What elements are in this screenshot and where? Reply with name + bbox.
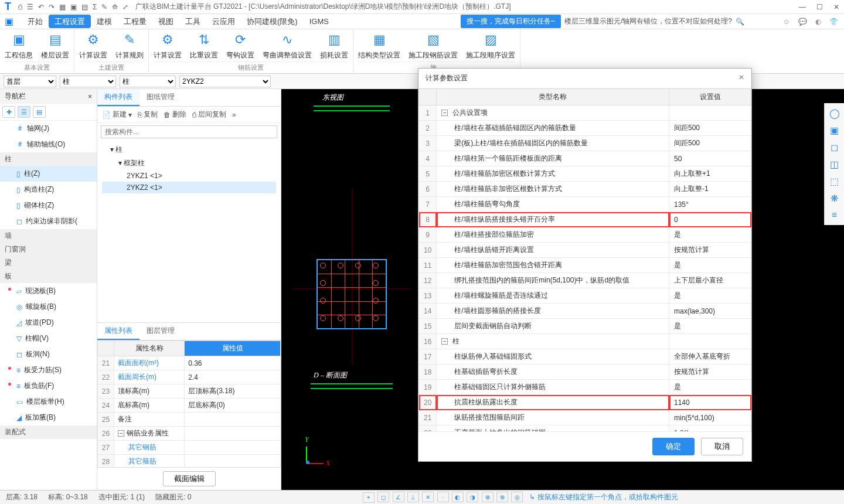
param-row[interactable]: 2柱/墙柱在基础插筋锚固区内的箍筋数量间距500 — [419, 121, 751, 136]
param-row[interactable]: 14柱/墙柱圆形箍筋的搭接长度max(lae,300) — [419, 304, 751, 319]
param-row[interactable]: 21纵筋搭接范围箍筋间距min(5*d,100) — [419, 410, 751, 425]
nav-item[interactable]: ▯柱(Z) — [0, 166, 97, 182]
ribbon-button[interactable]: ▧施工段钢筋设置 — [409, 32, 458, 62]
component-select[interactable]: 2YKZ2 — [179, 76, 271, 87]
chat-icon[interactable]: 💬 — [798, 18, 807, 26]
param-row[interactable]: 9柱/墙柱搭接部位箍筋加密是 — [419, 227, 751, 243]
tool-icon[interactable]: ❋ — [827, 193, 842, 204]
param-row[interactable]: 16− 柱 — [419, 334, 751, 349]
param-row[interactable]: 5柱/墙柱箍筋加密区根数计算方式向上取整+1 — [419, 166, 751, 182]
tab-drawing-mgmt[interactable]: 图纸管理 — [139, 89, 182, 106]
new-button[interactable]: 📄 新建 ▾ — [102, 110, 132, 120]
view-mode-2[interactable]: ☰ — [18, 106, 30, 118]
param-row[interactable]: 18柱基础插筋弯折长度按规范计算 — [419, 365, 751, 380]
qat-icon[interactable]: ☰ — [27, 3, 33, 11]
qat-icon[interactable]: Σ — [93, 3, 97, 11]
skin-icon[interactable]: ◐ — [815, 18, 821, 26]
menu-tab[interactable]: 协同建模(限免) — [241, 15, 304, 28]
cancel-button[interactable]: 取消 — [701, 438, 743, 455]
param-row[interactable]: 8柱/墙柱纵筋搭接接头错开百分率0 — [419, 212, 751, 227]
ribbon-button[interactable]: ⇅比重设置 — [190, 32, 218, 62]
tool-icon[interactable]: ≡ — [827, 210, 842, 220]
param-row[interactable]: 6柱/墙柱箍筋非加密区根数计算方式向上取整-1 — [419, 182, 751, 197]
close-icon[interactable]: ✕ — [833, 3, 839, 11]
collapse-icon[interactable]: × — [88, 93, 92, 101]
param-row[interactable]: 22不变截面上柱多出的钢筋锚固1.2*Lae — [419, 425, 751, 432]
param-row[interactable]: 12绑扎搭接范围内的箍筋间距min(5d,100)中，纵筋d的取值上下层最小直径 — [419, 273, 751, 288]
help-question[interactable]: 楼层三维显示图元/轴网有错位，位置不对应如何处理? — [564, 16, 732, 26]
section-edit-button[interactable]: 截面编辑 — [163, 471, 216, 486]
layer-copy-button[interactable]: ⎙ 层间复制 — [192, 110, 226, 120]
dialog-close-icon[interactable]: ✕ — [738, 73, 744, 83]
sb-tool[interactable]: ◑ — [467, 492, 478, 502]
tool-icon[interactable]: ◯ — [827, 108, 842, 119]
param-row[interactable]: 1− 公共设置项 — [419, 105, 751, 121]
prop-row[interactable]: 21截面面积(m²)0.36 — [98, 356, 281, 370]
qat-icon[interactable]: ⟰ — [112, 3, 118, 11]
prop-row[interactable]: 26−钢筋业务属性 — [98, 427, 281, 441]
menu-tab[interactable]: IGMS — [304, 15, 335, 28]
param-row[interactable]: 20抗震柱纵筋露出长度1140 — [419, 395, 751, 410]
qat-icon[interactable]: ⎙ — [18, 3, 22, 11]
ribbon-button[interactable]: ▤楼层设置 — [41, 32, 69, 62]
sb-tool[interactable]: ∠ — [393, 492, 404, 502]
tool-icon[interactable]: ◻ — [827, 142, 842, 153]
menu-tab[interactable]: 工程设置 — [49, 15, 91, 28]
param-row[interactable]: 17柱纵筋伸入基础锚固形式全部伸入基底弯折 — [419, 349, 751, 365]
user-icon[interactable]: ☺ — [783, 18, 790, 26]
param-row[interactable]: 15层间变截面钢筋自动判断是 — [419, 319, 751, 334]
ribbon-button[interactable]: ⟳弯钩设置 — [226, 32, 254, 62]
sb-tool[interactable]: ⊕ — [496, 492, 508, 502]
qat-icon[interactable]: ✎ — [101, 3, 107, 11]
appearance-icon[interactable]: 👕 — [829, 18, 838, 26]
param-row[interactable]: 10柱/墙柱纵筋错开距离设置按规范计算 — [419, 243, 751, 258]
prop-row[interactable]: 24底标高(m)层底标高(0) — [98, 399, 281, 413]
menu-tab[interactable]: 工程量 — [118, 15, 152, 28]
tree-node[interactable]: ▾ 框架柱 — [102, 156, 276, 170]
category-select[interactable]: 柱 — [60, 76, 116, 87]
param-row[interactable]: 3梁(板)上柱/墙柱在插筋锚固区内的箍筋数量间距500 — [419, 136, 751, 151]
ribbon-button[interactable]: ⚙计算设置 — [154, 32, 182, 62]
qat-icon[interactable]: ⤢ — [122, 3, 128, 11]
nav-item[interactable]: ◻板洞(N) — [0, 346, 97, 362]
nav-item[interactable]: ≡板受力筋(S) — [0, 362, 97, 378]
tree-node[interactable]: ▾ 柱 — [102, 143, 276, 156]
qat-icon[interactable]: ▣ — [70, 3, 77, 11]
delete-button[interactable]: 🗑 删除 — [164, 110, 186, 120]
nav-item[interactable]: ▽柱帽(V) — [0, 331, 97, 346]
copy-button[interactable]: ⎘ 复制 — [138, 110, 158, 120]
menu-tab[interactable]: 建模 — [91, 15, 118, 28]
tree-leaf[interactable]: 2YKZ1 <1> — [102, 170, 276, 182]
menu-tab[interactable]: 开始 — [22, 15, 49, 28]
nav-item[interactable]: ▱现浇板(B) — [0, 283, 97, 299]
component-search[interactable] — [101, 125, 277, 138]
nav-item[interactable]: ＃辅助轴线(O) — [0, 137, 97, 152]
ribbon-button[interactable]: ✎计算规则 — [115, 32, 144, 62]
qat-icon[interactable]: ▦ — [59, 3, 66, 11]
search-hint[interactable]: 搜一搜，完成每日积分任务~ — [461, 15, 561, 28]
app-icon[interactable]: ▣ — [5, 16, 13, 27]
prop-row[interactable]: 28其它箍筋 — [98, 455, 281, 468]
prop-row[interactable]: 25备注 — [98, 413, 281, 427]
tool-icon[interactable]: ▣ — [827, 125, 842, 136]
sb-tool[interactable]: ◐ — [452, 492, 464, 502]
ok-button[interactable]: 确定 — [652, 438, 695, 455]
param-row[interactable]: 13柱/墙柱螺旋箍筋是否连续通过是 — [419, 288, 751, 304]
nav-item[interactable]: ◎螺旋板(B) — [0, 299, 97, 315]
nav-item[interactable]: ◢板加腋(B) — [0, 410, 97, 425]
nav-item[interactable]: ≡板负筋(F) — [0, 378, 97, 394]
menu-tab[interactable]: 工具 — [179, 15, 206, 28]
qat-icon[interactable]: ▤ — [81, 3, 88, 11]
param-row[interactable]: 4柱/墙柱第一个箍筋距楼板面的距离50 — [419, 151, 751, 166]
nav-item[interactable]: ▭楼层板带(H) — [0, 394, 97, 410]
ribbon-button[interactable]: ▣工程信息 — [5, 32, 33, 62]
minimize-icon[interactable]: — — [799, 3, 806, 11]
nav-item[interactable]: ◻约束边缘非阴影( — [0, 213, 97, 229]
sb-tool[interactable]: ⊗ — [482, 492, 494, 502]
param-row[interactable]: 11柱/墙柱箍筋加密范围包含错开距离是 — [419, 258, 751, 273]
sb-tool[interactable]: ◻ — [377, 492, 389, 502]
tab-layer-mgmt[interactable]: 图层管理 — [139, 323, 182, 340]
tab-properties[interactable]: 属性列表 — [97, 323, 139, 340]
tree-leaf[interactable]: 2YKZ2 <1> — [102, 182, 276, 193]
menu-tab[interactable]: 视图 — [152, 15, 179, 28]
